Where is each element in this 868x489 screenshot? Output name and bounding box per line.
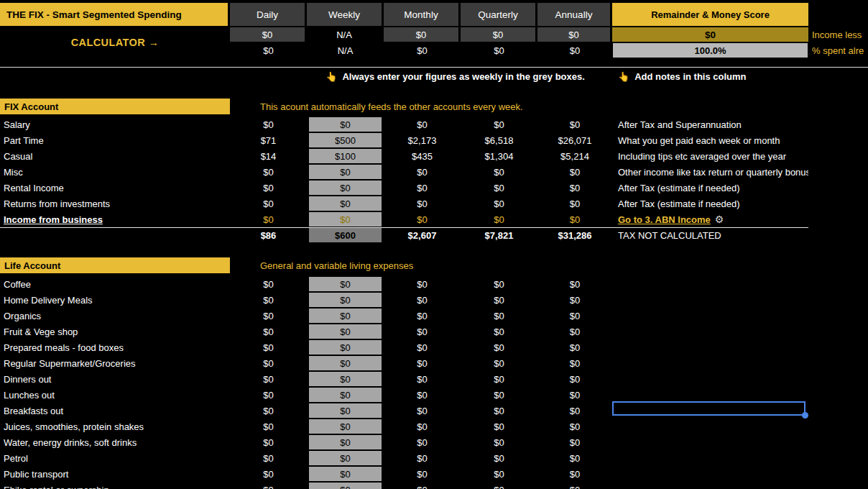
weekly-input[interactable]: $0 xyxy=(309,196,382,211)
weekly-input[interactable]: $0 xyxy=(309,293,382,307)
weekly-input[interactable]: $0 xyxy=(309,451,382,465)
weekly-input[interactable]: $0 xyxy=(309,403,382,418)
weekly-input[interactable]: $0 xyxy=(309,435,382,449)
note-cell[interactable]: Including tips etc averaged over the yea… xyxy=(612,148,808,164)
pointing-up-icon: 👆 xyxy=(326,71,337,82)
note-cell[interactable]: What you get paid each week or month xyxy=(612,132,808,148)
note-cell[interactable] xyxy=(612,419,808,434)
section-title: Life Account xyxy=(0,257,230,273)
note-cell[interactable]: After Tax and Superannuation xyxy=(612,116,808,132)
weekly-input[interactable]: $0 xyxy=(309,419,382,434)
abn-income-link[interactable]: Go to 3. ABN Income xyxy=(618,214,711,225)
note-cell[interactable] xyxy=(612,450,808,466)
note-cell[interactable] xyxy=(612,339,808,355)
weekly-input[interactable]: $100 xyxy=(309,149,382,163)
fix-account-total-row: $86 $600 $2,607 $7,821 $31,286 TAX NOT C… xyxy=(0,227,868,243)
weekly-input[interactable]: $0 xyxy=(309,165,382,179)
monthly-total: $2,607 xyxy=(384,227,461,243)
row-label: Casual xyxy=(0,148,230,164)
note-cell[interactable] xyxy=(612,324,808,339)
annually-value: $0 xyxy=(537,450,612,466)
daily-value: $71 xyxy=(230,132,307,148)
note-cell[interactable]: After Tax (estimate if needed) xyxy=(612,180,808,196)
table-row: Lunches out $0 $0 $0 $0 $0 xyxy=(0,387,868,403)
quarterly-value: $6,518 xyxy=(461,132,537,148)
annually-value: $0 xyxy=(537,211,612,227)
monthly-summary-value-2: $0 xyxy=(384,43,461,58)
note-cell[interactable] xyxy=(612,355,808,371)
divider-line xyxy=(0,67,868,68)
quarterly-value: $0 xyxy=(461,450,537,466)
annually-summary-value-2: $0 xyxy=(537,43,612,58)
note-cell[interactable]: After Tax (estimate if needed) xyxy=(612,196,808,211)
weekly-input[interactable]: $0 xyxy=(309,212,382,227)
annually-value: $0 xyxy=(537,371,612,387)
monthly-value: $0 xyxy=(384,403,461,419)
monthly-summary-value: $0 xyxy=(384,27,461,42)
weekly-entry-hint: 👆 Always enter your figures as weekly in… xyxy=(230,68,612,84)
note-cell[interactable] xyxy=(612,466,808,482)
row-label: Fruit & Vege shop xyxy=(0,324,230,339)
annually-value: $0 xyxy=(537,164,612,180)
monthly-value: $0 xyxy=(384,196,461,211)
annually-value: $0 xyxy=(537,419,612,434)
annually-value: $0 xyxy=(537,434,612,450)
annually-value: $0 xyxy=(537,196,612,211)
selected-cell-outline[interactable] xyxy=(612,401,805,416)
life-account-section-header: Life Account General and variable living… xyxy=(0,257,868,273)
weekly-input[interactable]: $0 xyxy=(309,117,382,132)
note-cell[interactable]: Other income like tax return or quarterl… xyxy=(612,164,808,180)
weekly-input[interactable]: $0 xyxy=(309,277,382,291)
tax-note: TAX NOT CALCULATED xyxy=(612,227,808,243)
note-cell[interactable] xyxy=(612,276,808,292)
quarterly-value: $0 xyxy=(461,371,537,387)
note-cell[interactable] xyxy=(612,482,808,489)
weekly-input[interactable]: $0 xyxy=(309,483,382,489)
column-header-weekly: Weekly xyxy=(307,3,384,26)
note-cell[interactable] xyxy=(612,292,808,308)
weekly-input[interactable]: $0 xyxy=(309,388,382,402)
note-cell[interactable] xyxy=(612,371,808,387)
row-label: Lunches out xyxy=(0,387,230,403)
weekly-input[interactable]: $0 xyxy=(309,372,382,386)
daily-value: $0 xyxy=(230,403,307,419)
row-label: Misc xyxy=(0,164,230,180)
notes-column-hint-text: Add notes in this column xyxy=(634,71,746,82)
daily-value: $0 xyxy=(230,164,307,180)
daily-value: $0 xyxy=(230,308,307,324)
quarterly-summary-value-2: $0 xyxy=(461,43,537,58)
note-cell[interactable] xyxy=(612,387,808,403)
annually-value: $0 xyxy=(537,403,612,419)
fix-account-rows: Salary $0 $0 $0 $0 $0 After Tax and Supe… xyxy=(0,116,868,243)
weekly-input[interactable]: $500 xyxy=(309,133,382,147)
weekly-input[interactable]: $0 xyxy=(309,309,382,323)
table-row: Petrol $0 $0 $0 $0 $0 xyxy=(0,450,868,466)
hint-row: 👆 Always enter your figures as weekly in… xyxy=(0,68,868,84)
monthly-value: $0 xyxy=(384,419,461,434)
note-cell[interactable] xyxy=(612,434,808,450)
quarterly-value: $0 xyxy=(461,339,537,355)
monthly-value: $0 xyxy=(384,211,461,227)
selection-handle-icon[interactable] xyxy=(802,412,808,419)
weekly-input[interactable]: $0 xyxy=(309,324,382,339)
quarterly-total: $7,821 xyxy=(461,227,537,243)
gear-icon: ⚙ xyxy=(715,214,724,225)
weekly-input[interactable]: $0 xyxy=(309,180,382,195)
note-cell[interactable] xyxy=(612,308,808,324)
calculator-link[interactable]: CALCULATOR → xyxy=(0,27,230,58)
column-header-quarterly: Quarterly xyxy=(461,3,537,26)
row-label: Home Delivery Meals xyxy=(0,292,230,308)
row-label: Prepared meals - food boxes xyxy=(0,339,230,355)
daily-value: $0 xyxy=(230,371,307,387)
quarterly-value: $0 xyxy=(461,482,537,489)
monthly-value: $0 xyxy=(384,276,461,292)
monthly-value: $0 xyxy=(384,308,461,324)
weekly-input[interactable]: $0 xyxy=(309,356,382,370)
monthly-value: $0 xyxy=(384,292,461,308)
weekly-input[interactable]: $0 xyxy=(309,467,382,481)
row-label: Income from business xyxy=(0,211,230,227)
weekly-input[interactable]: $0 xyxy=(309,340,382,355)
daily-value: $0 xyxy=(230,419,307,434)
annually-value: $0 xyxy=(537,116,612,132)
monthly-value: $0 xyxy=(384,466,461,482)
